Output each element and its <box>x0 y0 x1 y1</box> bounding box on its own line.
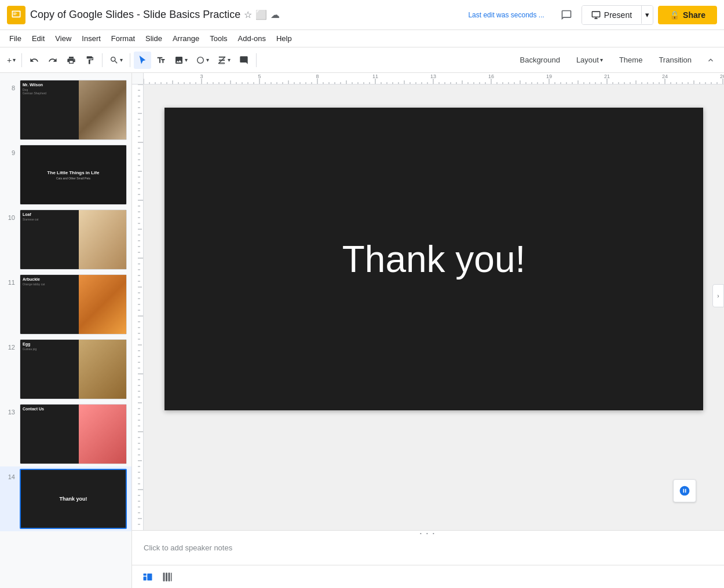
doc-title-row: Copy of Google Slides - Slide Basics Pra… <box>30 9 463 21</box>
folder-icon[interactable]: ⬜ <box>255 9 267 20</box>
layout-chevron: ▾ <box>600 57 603 63</box>
separator-4 <box>256 53 257 67</box>
share-label: Share <box>683 10 705 20</box>
slide-item-9[interactable]: 9 The Little Things in Life Cats and Oth… <box>0 142 131 207</box>
present-dropdown-button[interactable]: ▾ <box>641 6 653 24</box>
filmstrip-view-button[interactable] <box>159 569 176 585</box>
background-button[interactable]: Background <box>513 53 566 67</box>
zoom-button[interactable]: ▾ <box>106 52 126 69</box>
menu-format[interactable]: Format <box>107 32 140 45</box>
add-slide-button[interactable]: + ▾ <box>5 52 18 69</box>
paint-format-button[interactable] <box>81 52 98 69</box>
editor-area: Thank you! › • • • Click to add speaker … <box>132 73 724 588</box>
ruler-corner <box>132 73 144 84</box>
slide-number-10: 10 <box>5 210 15 221</box>
last-edit-status[interactable]: Last edit was seconds ... <box>468 11 551 19</box>
comments-button[interactable] <box>556 5 577 25</box>
slide-thumb-14[interactable]: Thank you! <box>20 469 127 529</box>
svg-rect-13 <box>169 572 170 581</box>
textbox-tool-button[interactable] <box>152 52 170 69</box>
collapse-panel-button[interactable]: › <box>712 284 724 307</box>
lock-icon: 🔒 <box>670 10 679 20</box>
slide-item-14[interactable]: 14 Thank you! <box>0 466 131 531</box>
slide-item-11[interactable]: 11 Arbuckle Orange tabby cat <box>0 272 131 337</box>
undo-button[interactable] <box>25 52 43 69</box>
share-button[interactable]: 🔒 Share <box>658 6 717 24</box>
menu-file[interactable]: File <box>5 32 26 45</box>
doc-title-area: Copy of Google Slides - Slide Basics Pra… <box>30 9 463 21</box>
image-tool-button[interactable]: ▾ <box>171 52 191 69</box>
slide-thumb-11[interactable]: Arbuckle Orange tabby cat <box>20 274 127 335</box>
speaker-notes-area[interactable]: • • • Click to add speaker notes <box>132 530 724 565</box>
separator-3 <box>130 53 130 67</box>
menu-addons[interactable]: Add-ons <box>233 32 270 45</box>
menu-help[interactable]: Help <box>272 32 297 45</box>
svg-rect-4 <box>13 14 16 15</box>
slide-main-text[interactable]: Thank you! <box>342 238 526 281</box>
bottom-bar <box>132 565 724 588</box>
svg-rect-11 <box>163 572 165 581</box>
shapes-chevron: ▾ <box>206 57 209 63</box>
present-button[interactable]: Present <box>582 6 641 24</box>
slide-number-13: 13 <box>5 404 15 416</box>
slide-thumb-13[interactable]: Contact Us <box>20 404 127 464</box>
svg-rect-14 <box>171 572 172 581</box>
select-tool-button[interactable] <box>134 52 151 69</box>
header-right: Present ▾ 🔒 Share <box>556 5 717 25</box>
horizontal-ruler <box>144 73 724 84</box>
layout-button[interactable]: Layout ▾ <box>569 53 610 67</box>
menu-insert[interactable]: Insert <box>77 32 105 45</box>
present-button-group: Present ▾ <box>582 5 653 25</box>
notes-handle-dots: • • • <box>420 531 436 536</box>
slide-canvas-area[interactable]: Thank you! › <box>144 84 724 530</box>
menu-arrange[interactable]: Arrange <box>168 32 204 45</box>
svg-rect-10 <box>147 574 152 580</box>
toolbar-right: Background Layout ▾ Theme Transition <box>513 53 699 67</box>
slide-number-11: 11 <box>5 274 15 286</box>
slide-item-13[interactable]: 13 Contact Us <box>0 402 131 466</box>
slide-item-12[interactable]: 12 Egg Guinea pig <box>0 337 131 402</box>
doc-title[interactable]: Copy of Google Slides - Slide Basics Pra… <box>30 9 240 21</box>
notes-handle[interactable]: • • • <box>414 531 442 535</box>
slide-thumb-10[interactable]: Loaf Siamese cat <box>20 210 127 270</box>
transition-button[interactable]: Transition <box>652 53 699 67</box>
separator-2 <box>102 53 103 67</box>
svg-point-6 <box>198 57 204 63</box>
menu-bar: File Edit View Insert Format Slide Arran… <box>0 30 724 47</box>
menu-tools[interactable]: Tools <box>205 32 232 45</box>
shapes-tool-button[interactable]: ▾ <box>192 52 213 69</box>
svg-rect-5 <box>592 12 599 17</box>
explore-button[interactable] <box>673 479 696 502</box>
slide-item-8[interactable]: 8 Mr. Wilson Dog German Shepherd <box>0 78 131 142</box>
vertical-ruler <box>132 84 144 530</box>
separator-1 <box>21 53 22 67</box>
lines-chevron: ▾ <box>228 57 231 63</box>
lines-tool-button[interactable]: ▾ <box>214 52 234 69</box>
menu-slide[interactable]: Slide <box>141 32 167 45</box>
slide-thumb-9[interactable]: The Little Things in Life Cats and Other… <box>20 145 127 205</box>
notes-placeholder[interactable]: Click to add speaker notes <box>144 543 232 552</box>
svg-rect-8 <box>144 574 147 576</box>
slide-thumb-8[interactable]: Mr. Wilson Dog German Shepherd <box>20 80 127 140</box>
current-slide[interactable]: Thank you! <box>164 108 703 410</box>
theme-button[interactable]: Theme <box>612 53 649 67</box>
slide-number-12: 12 <box>5 339 15 351</box>
print-button[interactable] <box>63 52 80 69</box>
grid-view-button[interactable] <box>139 569 156 585</box>
cloud-icon[interactable]: ☁ <box>270 9 280 20</box>
slide-number-14: 14 <box>5 469 15 480</box>
slide-thumb-12[interactable]: Egg Guinea pig <box>20 339 127 399</box>
slide-number-9: 9 <box>5 145 15 156</box>
redo-button[interactable] <box>44 52 61 69</box>
menu-edit[interactable]: Edit <box>27 32 49 45</box>
menu-view[interactable]: View <box>50 32 76 45</box>
slide-item-10[interactable]: 10 Loaf Siamese cat <box>0 207 131 272</box>
slide-9-subtitle: Cats and Other Small Pets <box>56 177 90 180</box>
comment-tool-button[interactable] <box>235 52 253 69</box>
image-chevron: ▾ <box>185 57 188 63</box>
collapse-toolbar-button[interactable] <box>702 52 719 69</box>
main-area: 8 Mr. Wilson Dog German Shepherd 9 The L… <box>0 73 724 588</box>
slide-workspace: Thank you! › <box>132 84 724 530</box>
title-bar: Copy of Google Slides - Slide Basics Pra… <box>0 0 724 30</box>
star-icon[interactable]: ☆ <box>244 9 252 20</box>
